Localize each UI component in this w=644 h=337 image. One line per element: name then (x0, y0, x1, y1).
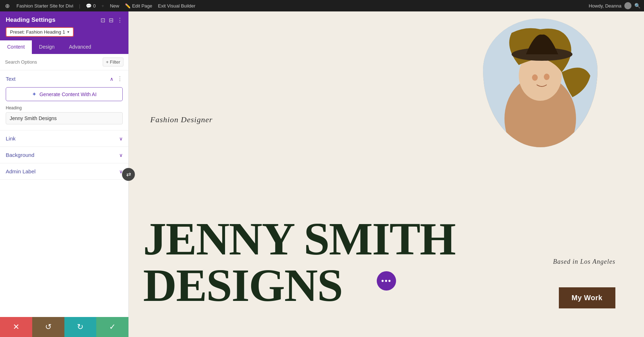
search-icon[interactable]: 🔍 (634, 3, 640, 9)
text-section: Text ∧ ⋮ ✦ Generate Content With AI Head… (0, 70, 128, 130)
filter-button[interactable]: + Filter (103, 58, 123, 66)
background-section-title: Background (6, 152, 34, 158)
fullscreen-icon[interactable]: ⊡ (101, 17, 105, 24)
background-section-icons: ∨ (119, 152, 123, 158)
canvas-area: Fashion Designer JENNY SMITH DESIGNS Bas… (129, 11, 644, 337)
comments-count: 0 (93, 3, 96, 9)
based-in-text: Based in Los Angeles (553, 258, 615, 266)
save-button[interactable]: ✓ (96, 317, 128, 337)
search-input[interactable] (5, 59, 100, 65)
heading-input[interactable] (6, 112, 123, 124)
comment-icon: 💬 (86, 3, 92, 9)
preset-label: Preset: Fashion Heading 1 (10, 29, 65, 35)
panel-toggle-button[interactable]: ⇄ (122, 168, 135, 181)
fashion-page: Fashion Designer JENNY SMITH DESIGNS Bas… (129, 11, 644, 337)
wp-admin-bar: ⊕ Fashion Starter Site for Divi | 💬 0 + … (0, 0, 644, 11)
tab-advanced[interactable]: Advanced (62, 40, 98, 54)
undo-icon: ↺ (45, 322, 52, 332)
panel-body: + Filter Text ∧ ⋮ ✦ Generate Content Wit… (0, 54, 128, 317)
columns-icon[interactable]: ⊟ (109, 17, 113, 24)
panel-header-top: Heading Settings ⊡ ⊟ ⋮ (6, 16, 123, 24)
user-avatar (624, 2, 631, 9)
howdy-label: Howdy, Deanna (589, 3, 621, 9)
model-image-container (483, 19, 608, 154)
panel-tabs: Content Design Advanced (0, 40, 128, 54)
new-button[interactable]: New (110, 3, 119, 9)
background-section-header[interactable]: Background ∨ (0, 147, 128, 163)
section-options-icon[interactable]: ⋮ (117, 75, 123, 82)
preset-selector[interactable]: Preset: Fashion Heading 1 ▾ (6, 27, 74, 37)
heading-field-label: Heading (6, 105, 123, 110)
panel-header-icons: ⊡ ⊟ ⋮ (101, 17, 123, 24)
pencil-icon: ✏️ (125, 3, 131, 9)
admin-label-section: Admin Label ∨ (0, 163, 128, 180)
background-section: Background ∨ (0, 147, 128, 163)
three-dots-icon: ••• (381, 276, 391, 286)
wordpress-logo-icon[interactable]: ⊕ (4, 2, 11, 9)
link-section: Link ∨ (0, 130, 128, 147)
separator: | (79, 3, 80, 9)
svg-point-5 (532, 74, 538, 81)
model-illustration (483, 19, 597, 147)
svg-point-6 (544, 74, 550, 80)
link-section-icons: ∨ (119, 136, 123, 142)
text-section-header[interactable]: Text ∧ ⋮ (0, 70, 128, 87)
my-work-button[interactable]: My Work (559, 287, 615, 308)
ai-button-label: Generate Content With AI (39, 91, 97, 97)
text-section-icons: ∧ ⋮ (110, 75, 123, 82)
model-circle-image (483, 19, 597, 147)
howdy-section: Howdy, Deanna 🔍 (589, 2, 640, 9)
three-dots-button[interactable]: ••• (377, 271, 396, 291)
text-section-content: ✦ Generate Content With AI Heading (0, 87, 128, 130)
comments-link[interactable]: 💬 0 (86, 3, 96, 9)
expand-link-icon[interactable]: ∨ (119, 136, 123, 142)
fashion-content: Fashion Designer JENNY SMITH DESIGNS Bas… (129, 11, 644, 337)
redo-icon: ↻ (77, 322, 83, 332)
redo-button[interactable]: ↻ (64, 317, 97, 337)
tab-design[interactable]: Design (32, 40, 62, 54)
fashion-designer-label: Fashion Designer (150, 115, 213, 124)
filter-label: + Filter (106, 59, 120, 65)
cancel-icon: ✕ (13, 322, 19, 332)
chevron-down-icon: ▾ (67, 30, 69, 34)
undo-button[interactable]: ↺ (32, 317, 64, 337)
link-section-title: Link (6, 135, 16, 142)
generate-ai-button[interactable]: ✦ Generate Content With AI (6, 87, 123, 101)
admin-label-section-header[interactable]: Admin Label ∨ (0, 163, 128, 179)
panel-title: Heading Settings (6, 16, 55, 24)
save-icon: ✓ (109, 322, 116, 332)
expand-background-icon[interactable]: ∨ (119, 152, 123, 158)
bottom-action-bar: ✕ ↺ ↻ ✓ (0, 317, 128, 337)
ai-icon: ✦ (32, 91, 36, 98)
toggle-icon: ⇄ (126, 171, 131, 178)
site-name[interactable]: Fashion Starter Site for Divi (16, 3, 73, 9)
link-section-header[interactable]: Link ∨ (0, 130, 128, 147)
search-bar: + Filter (0, 54, 128, 70)
edit-page-link[interactable]: ✏️ Edit Page (125, 3, 152, 9)
more-options-icon[interactable]: ⋮ (117, 17, 123, 24)
main-layout: Heading Settings ⊡ ⊟ ⋮ Preset: Fashion H… (0, 11, 644, 337)
collapse-icon[interactable]: ∧ (110, 76, 113, 82)
separator2: + (102, 3, 104, 9)
tab-content[interactable]: Content (0, 40, 32, 54)
exit-visual-builder-link[interactable]: Exit Visual Builder (158, 3, 196, 9)
settings-panel: Heading Settings ⊡ ⊟ ⋮ Preset: Fashion H… (0, 11, 129, 337)
new-label: New (110, 3, 119, 9)
brand-name-line1: JENNY SMITH (143, 215, 630, 262)
edit-page-label: Edit Page (132, 3, 152, 9)
admin-label-section-title: Admin Label (6, 168, 35, 174)
panel-header: Heading Settings ⊡ ⊟ ⋮ Preset: Fashion H… (0, 11, 128, 40)
text-section-title: Text (6, 76, 16, 82)
cancel-button[interactable]: ✕ (0, 317, 32, 337)
